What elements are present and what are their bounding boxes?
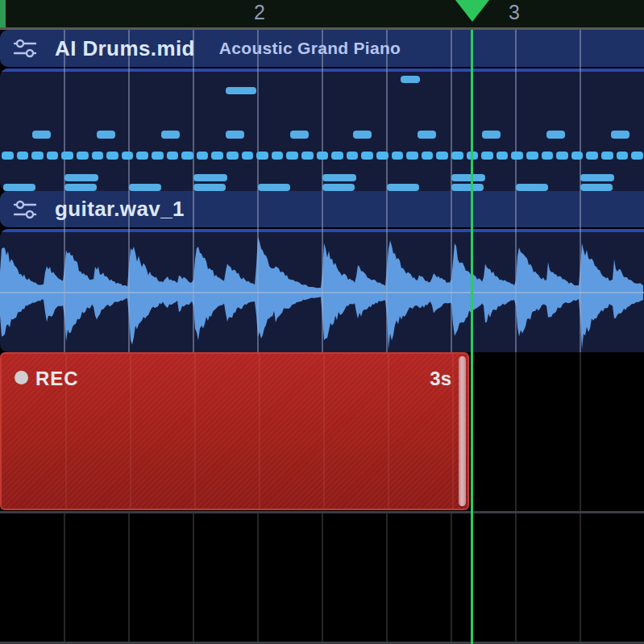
midi-note — [301, 152, 314, 160]
midi-note — [290, 131, 309, 139]
daw-arrangement-view: 2 3 AI Drums.mid Acoustic Grand Piano — [0, 0, 644, 644]
midi-note — [347, 152, 359, 160]
midi-note-layer — [0, 69, 644, 191]
grid-line — [515, 352, 517, 511]
grid-line — [194, 354, 196, 509]
midi-note — [451, 152, 463, 160]
midi-note — [436, 152, 448, 160]
track-settings-sliders-icon[interactable] — [13, 199, 37, 220]
midi-note — [31, 152, 44, 160]
midi-note — [580, 174, 614, 181]
clip-resize-handle[interactable] — [459, 356, 466, 506]
midi-note — [122, 152, 134, 160]
midi-note — [611, 131, 629, 139]
midi-note — [542, 152, 554, 160]
track-settings-sliders-icon[interactable] — [13, 38, 37, 59]
record-dot-icon — [15, 371, 28, 384]
midi-note — [406, 152, 418, 160]
grid-line — [257, 513, 259, 644]
midi-note — [106, 152, 118, 160]
midi-note — [197, 152, 209, 160]
waveform-graphic — [0, 232, 644, 352]
midi-note — [64, 174, 98, 181]
midi-note — [129, 184, 161, 191]
midi-note — [601, 152, 613, 160]
grid-line — [515, 513, 517, 644]
recording-label: REC — [35, 368, 79, 390]
midi-note — [181, 152, 193, 160]
midi-note — [546, 131, 565, 139]
grid-line — [193, 513, 194, 644]
grid-line — [323, 354, 325, 509]
grid-line — [451, 513, 452, 644]
midi-note — [226, 87, 256, 94]
timeline-ruler[interactable]: 2 3 — [0, 0, 644, 27]
midi-note — [226, 131, 244, 139]
midi-note — [3, 184, 35, 191]
midi-note — [272, 152, 284, 160]
track-instrument-label: Acoustic Grand Piano — [219, 39, 401, 58]
midi-note — [361, 152, 373, 160]
midi-note — [322, 174, 356, 181]
midi-note — [451, 174, 485, 181]
timeline-edge-marker — [0, 0, 6, 27]
midi-note — [258, 184, 290, 191]
midi-note — [418, 131, 436, 139]
midi-note — [152, 152, 164, 160]
midi-note — [286, 152, 298, 160]
midi-note — [422, 152, 434, 160]
midi-note — [631, 152, 643, 160]
midi-note — [353, 131, 372, 139]
midi-note — [77, 152, 89, 160]
midi-note — [161, 131, 180, 139]
midi-note — [167, 152, 179, 160]
recording-duration: 3s — [430, 368, 451, 390]
track-header-guitar[interactable]: guitar.wav_1 — [0, 191, 644, 227]
midi-note — [376, 152, 388, 160]
playhead-line — [471, 30, 473, 644]
midi-note — [556, 152, 568, 160]
playhead-marker[interactable] — [455, 0, 489, 22]
grid-line — [130, 354, 131, 509]
midi-note — [226, 152, 239, 160]
grid-line — [452, 354, 454, 509]
midi-note — [511, 152, 523, 160]
grid-line — [128, 513, 130, 644]
midi-note — [497, 152, 509, 160]
recording-clip[interactable]: REC 3s — [0, 352, 469, 510]
midi-note — [482, 131, 501, 139]
midi-note — [47, 152, 59, 160]
midi-note — [331, 152, 343, 160]
midi-note — [136, 152, 148, 160]
midi-note — [193, 174, 227, 181]
midi-note — [526, 152, 538, 160]
midi-note — [451, 184, 484, 191]
midi-note — [322, 184, 355, 191]
midi-note — [17, 152, 29, 160]
bar-label-3: 3 — [498, 1, 530, 24]
track-header-ai-drums[interactable]: AI Drums.mid Acoustic Grand Piano — [0, 30, 644, 67]
midi-note — [516, 184, 548, 191]
midi-note — [61, 152, 73, 160]
grid-line — [580, 513, 581, 644]
midi-note — [211, 152, 223, 160]
midi-note — [580, 184, 613, 191]
midi-note — [317, 152, 329, 160]
track-title-guitar: guitar.wav_1 — [55, 197, 185, 222]
grid-line — [65, 354, 67, 509]
midi-note — [481, 152, 493, 160]
midi-note — [193, 184, 226, 191]
grid-line — [580, 352, 581, 511]
midi-note — [242, 152, 254, 160]
midi-note — [2, 152, 14, 160]
audio-clip-guitar[interactable] — [0, 229, 644, 352]
track-title-ai-drums: AI Drums.mid — [55, 36, 195, 61]
bar-label-2: 2 — [243, 1, 276, 24]
midi-note — [571, 152, 584, 160]
grid-line — [386, 513, 388, 644]
midi-note — [387, 184, 419, 191]
midi-note — [256, 152, 268, 160]
midi-note — [401, 76, 420, 83]
grid-line — [322, 513, 323, 644]
grid-line — [64, 513, 65, 644]
